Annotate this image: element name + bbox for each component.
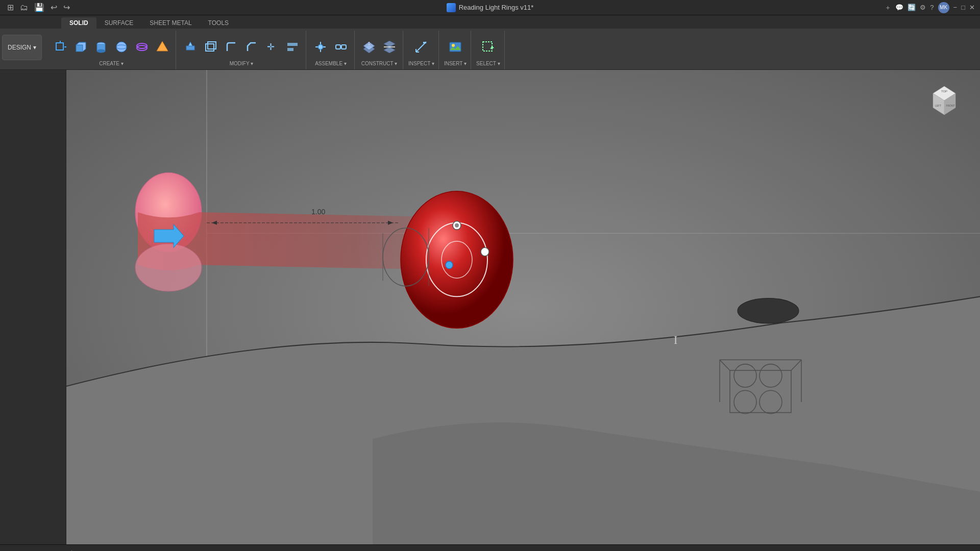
bottom-icon-46[interactable]: ⊗ <box>603 549 615 552</box>
bottom-icon-44[interactable]: ⊙ <box>580 549 591 552</box>
tab-sheet-metal[interactable]: SHEET METAL <box>141 17 200 29</box>
bottom-icon-56[interactable]: ⊘ <box>721 549 732 552</box>
bottom-icon-47[interactable]: ⊘ <box>615 549 626 552</box>
offset-plane-button[interactable] <box>360 39 378 55</box>
sphere-button[interactable] <box>112 39 131 55</box>
bottom-icon-4[interactable]: ⊘ <box>110 549 121 552</box>
nav-cube[interactable]: TOP LEFT FRONT <box>924 80 965 121</box>
bottom-icon-52[interactable]: ⊡ <box>674 549 685 552</box>
tab-surface[interactable]: SURFACE <box>96 17 142 29</box>
bottom-icon-5[interactable]: ⊛ <box>122 549 133 552</box>
bottom-icon-2[interactable]: ⊕ <box>87 549 98 552</box>
bottom-icon-41[interactable]: ⊟ <box>545 549 556 552</box>
midplane-button[interactable] <box>380 39 399 55</box>
bottom-icon-36[interactable]: ⊕ <box>486 549 497 552</box>
bottom-icon-13[interactable]: ⊘ <box>216 549 227 552</box>
settings-button[interactable]: ⚙ <box>920 4 926 11</box>
bottom-icon-7[interactable]: ⊟ <box>145 549 157 552</box>
file-button[interactable]: 🗂 <box>18 3 30 12</box>
close-button[interactable]: ✕ <box>969 4 975 11</box>
bottom-icon-30[interactable]: ▲ <box>415 549 427 552</box>
question-button[interactable]: ? <box>930 4 934 11</box>
bottom-icon-55[interactable]: ⊗ <box>709 549 720 552</box>
cylinder-button[interactable] <box>92 39 110 55</box>
redo-button[interactable]: ↪ <box>61 3 72 12</box>
minimize-button[interactable]: − <box>953 4 958 11</box>
bottom-icon-54[interactable]: ⊕ <box>697 549 708 552</box>
bottom-icon-3[interactable]: ⊗ <box>99 549 110 552</box>
bottom-icon-39[interactable]: ⊛ <box>521 549 532 552</box>
add-tab-button[interactable]: ＋ <box>885 3 891 12</box>
move-button[interactable]: ✛ <box>263 39 281 55</box>
bottom-icon-45[interactable]: ⊕ <box>592 549 603 552</box>
next-button[interactable]: ⏩ <box>41 549 52 552</box>
maximize-button[interactable]: □ <box>961 4 965 11</box>
bottom-icon-23[interactable]: ⊛ <box>333 549 345 552</box>
bottom-icon-26[interactable]: ⊠ <box>369 549 380 552</box>
help-circle-button[interactable]: 🔄 <box>908 4 916 11</box>
create-more-button[interactable] <box>153 39 172 55</box>
playback-controls[interactable]: ⏮ ⏪ ▶ ⏩ ⏭ <box>4 549 64 552</box>
bottom-icon-50[interactable]: ⊟ <box>650 549 662 552</box>
user-avatar[interactable]: MK <box>938 2 949 13</box>
bottom-icon-25[interactable]: ⊟ <box>357 549 368 552</box>
play-button[interactable]: ▶ <box>29 549 40 552</box>
bottom-icon-28[interactable]: ⊙ <box>392 549 403 552</box>
torus-button[interactable] <box>133 39 151 55</box>
app-menu-button[interactable]: ⊞ <box>5 3 16 12</box>
measure-button[interactable] <box>412 39 430 55</box>
bottom-icon-24[interactable]: ⊞ <box>345 549 356 552</box>
prev-button[interactable]: ⏪ <box>16 549 28 552</box>
bottom-icon-49[interactable]: ⊞ <box>639 549 650 552</box>
skip-back-button[interactable]: ⏮ <box>4 549 15 552</box>
bottom-icon-33[interactable]: ⊟ <box>451 549 462 552</box>
bottom-icon-9[interactable]: ⊡ <box>169 549 180 552</box>
bottom-icon-57[interactable]: ⊛ <box>732 549 744 552</box>
tab-tools[interactable]: TOOLS <box>200 17 237 29</box>
bottom-icon-60[interactable]: ⊠ <box>768 549 779 552</box>
bottom-icon-10[interactable]: ⊙ <box>181 549 192 552</box>
bottom-icon-31[interactable]: ⊡ <box>427 549 438 552</box>
bottom-icon-40[interactable]: ⊞ <box>533 549 544 552</box>
bottom-icon-34[interactable]: ⊠ <box>462 549 474 552</box>
undo-button[interactable]: ↩ <box>48 3 59 12</box>
shell-button[interactable] <box>202 39 220 55</box>
bottom-icon-18[interactable]: ⊡ <box>275 549 286 552</box>
bottom-icon-27[interactable]: ⊡ <box>380 549 391 552</box>
bottom-icon-38[interactable]: ⊘ <box>509 549 521 552</box>
bottom-icon-16[interactable]: ⊟ <box>251 549 262 552</box>
bottom-icon-15[interactable]: ⊞ <box>239 549 251 552</box>
bottom-icon-19[interactable]: ⊙ <box>286 549 298 552</box>
select-box-button[interactable] <box>479 39 497 55</box>
new-component-button[interactable] <box>51 39 69 55</box>
fillet-button[interactable] <box>222 39 240 55</box>
skip-forward-button[interactable]: ⏭ <box>53 549 64 552</box>
chat-button[interactable]: 💬 <box>895 4 903 11</box>
bottom-icon-22[interactable]: ⊘ <box>322 549 333 552</box>
press-pull-button[interactable] <box>181 39 200 55</box>
tab-solid[interactable]: SOLID <box>61 17 96 29</box>
bottom-icon-20[interactable]: ⊕ <box>298 549 309 552</box>
motion-link-button[interactable] <box>332 39 350 55</box>
bottom-icon-51[interactable]: ⊠ <box>662 549 673 552</box>
bottom-icon-42[interactable]: ⊠ <box>556 549 568 552</box>
align-button[interactable] <box>283 39 302 55</box>
design-button[interactable]: DESIGN ▾ <box>2 35 42 60</box>
bottom-icon-21[interactable]: ⊗ <box>310 549 321 552</box>
window-right-controls[interactable]: ＋ 💬 🔄 ⚙ ? MK − □ ✕ <box>885 2 975 13</box>
bottom-icon-53[interactable]: ⊙ <box>685 549 697 552</box>
box-button[interactable] <box>71 39 90 55</box>
bottom-icon-32[interactable]: ⊞ <box>439 549 450 552</box>
save-button[interactable]: 💾 <box>32 3 46 12</box>
bottom-icon-8[interactable]: ⊠ <box>157 549 168 552</box>
bottom-icon-12[interactable]: ⊗ <box>204 549 215 552</box>
bottom-icon-59[interactable]: ⊟ <box>756 549 767 552</box>
bottom-icon-37[interactable]: ⊗ <box>498 549 509 552</box>
bottom-icon-43[interactable]: ⊡ <box>568 549 579 552</box>
bottom-icon-11[interactable]: ⊕ <box>192 549 204 552</box>
bottom-icon-17[interactable]: ⊠ <box>263 549 274 552</box>
settings-gear-button[interactable]: ⚙ <box>963 548 976 552</box>
insert-image-button[interactable] <box>446 39 464 55</box>
chamfer-button[interactable] <box>242 39 261 55</box>
bottom-icon-48[interactable]: ⊛ <box>627 549 638 552</box>
